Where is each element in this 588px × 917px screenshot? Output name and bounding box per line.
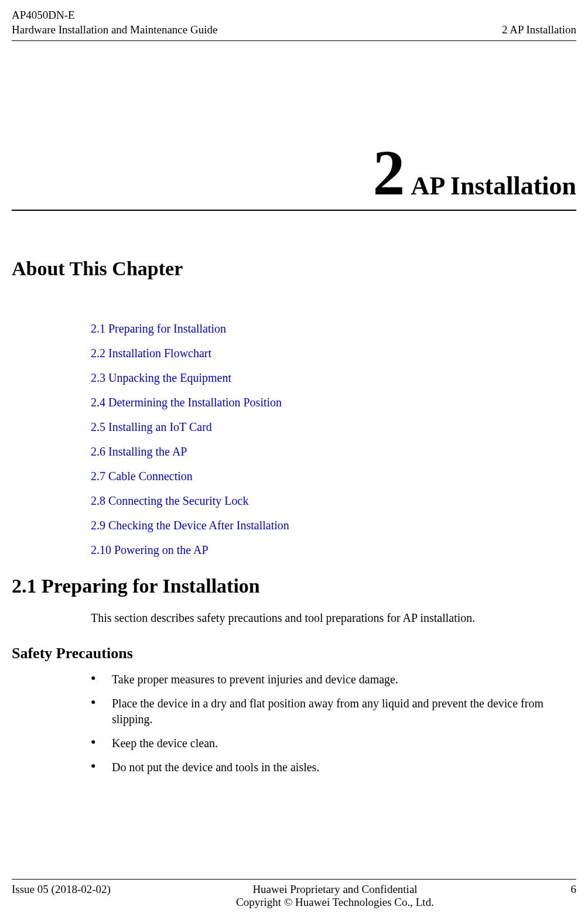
header-left: AP4050DN-E Hardware Installation and Mai… — [12, 8, 217, 37]
page-footer: Issue 05 (2018-02-02) Huawei Proprietary… — [12, 879, 576, 909]
toc-link[interactable]: 2.9 Checking the Device After Installati… — [91, 518, 588, 533]
toc-link[interactable]: 2.7 Cable Connection — [91, 468, 588, 484]
footer-rule — [12, 879, 576, 880]
table-of-contents: 2.1 Preparing for Installation 2.2 Insta… — [91, 321, 588, 557]
safety-precautions-list: Take proper measures to prevent injuries… — [91, 672, 576, 775]
toc-link[interactable]: 2.3 Unpacking the Equipment — [91, 370, 588, 385]
toc-link[interactable]: 2.6 Installing the AP — [91, 444, 588, 459]
section-intro-text: This section describes safety precaution… — [91, 611, 576, 625]
list-item: Do not put the device and tools in the a… — [91, 759, 576, 775]
toc-link[interactable]: 2.1 Preparing for Installation — [91, 321, 588, 336]
footer-issue: Issue 05 (2018-02-02) — [12, 883, 129, 909]
toc-link[interactable]: 2.4 Determining the Installation Positio… — [91, 395, 588, 410]
section-heading: 2.1 Preparing for Installation — [12, 575, 588, 597]
about-this-chapter-heading: About This Chapter — [12, 258, 588, 280]
list-item: Place the device in a dry and flat posit… — [91, 696, 576, 727]
safety-precautions-heading: Safety Precautions — [12, 645, 588, 662]
chapter-number: 2 — [373, 141, 405, 205]
list-item: Take proper measures to prevent injuries… — [91, 672, 576, 687]
footer-page-number: 6 — [541, 883, 576, 909]
chapter-title: AP Installation — [411, 171, 576, 201]
toc-link[interactable]: 2.2 Installation Flowchart — [91, 345, 588, 361]
footer-proprietary: Huawei Proprietary and Confidential — [129, 883, 541, 896]
footer-center: Huawei Proprietary and Confidential Copy… — [129, 883, 541, 909]
header-guide: Hardware Installation and Maintenance Gu… — [12, 23, 217, 37]
toc-link[interactable]: 2.8 Connecting the Security Lock — [91, 493, 588, 508]
page-header: AP4050DN-E Hardware Installation and Mai… — [0, 0, 588, 40]
toc-link[interactable]: 2.5 Installing an IoT Card — [91, 419, 588, 434]
chapter-rule — [12, 210, 576, 211]
header-product: AP4050DN-E — [12, 8, 217, 23]
chapter-heading: 2 AP Installation — [0, 41, 588, 205]
footer-copyright: Copyright © Huawei Technologies Co., Ltd… — [129, 896, 541, 909]
list-item: Keep the device clean. — [91, 735, 576, 751]
toc-link[interactable]: 2.10 Powering on the AP — [91, 542, 588, 557]
header-section: 2 AP Installation — [502, 23, 576, 37]
